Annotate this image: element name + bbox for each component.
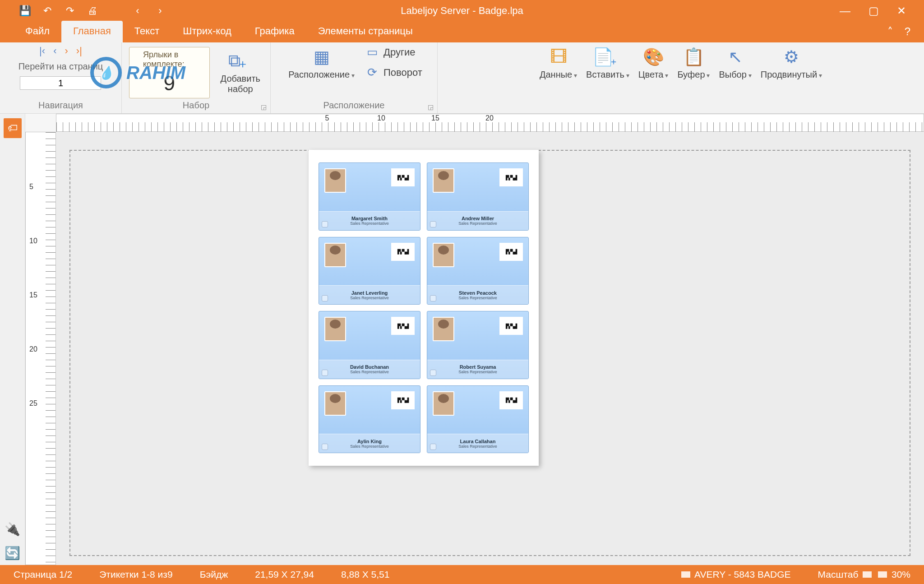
group-navigation-label: Навигация: [38, 100, 83, 112]
other-layouts-button[interactable]: ▭ Другие: [365, 45, 422, 59]
badge-item[interactable]: Aylin KingSales Representative: [319, 385, 420, 454]
plugin-icon[interactable]: 🔌: [5, 522, 20, 537]
arrange-icon: ▦: [310, 47, 334, 67]
group-layout-label: Расположение: [323, 100, 385, 112]
badge-item[interactable]: David BuchananSales Representative: [319, 311, 420, 379]
rotate-label: Поворот: [383, 67, 422, 79]
labels-in-set-box[interactable]: Ярлыки в комплекте: 9: [129, 47, 210, 98]
add-set-label: Добавить набор: [221, 74, 260, 94]
nav-first-button[interactable]: |‹: [39, 45, 45, 57]
horizontal-ruler[interactable]: 5 10 15 20: [56, 114, 924, 132]
undo-button[interactable]: ↶: [41, 5, 54, 17]
colors-label: Цвета: [638, 70, 669, 80]
badge-photo: [324, 391, 346, 416]
page-preview[interactable]: Margaret SmithSales Representative Andre…: [309, 150, 539, 466]
canvas-area: 5 10 15 20 5 10 15 20 25: [25, 114, 924, 565]
tab-file[interactable]: Файл: [14, 21, 61, 42]
redo-button[interactable]: ↷: [63, 5, 77, 17]
badge-role: Sales Representative: [350, 296, 389, 300]
badge-name: Steven Peacock: [459, 290, 497, 296]
vertical-ruler[interactable]: 5 10 15 20 25: [25, 132, 56, 565]
colors-button[interactable]: 🎨 Цвета: [636, 45, 671, 82]
statusbar: Страница 1/2 Этикетки 1-8 из9 Бэйдж 21,5…: [0, 565, 924, 584]
minimize-button[interactable]: —: [840, 5, 850, 17]
scroll-area[interactable]: Margaret SmithSales Representative Andre…: [56, 132, 924, 565]
badge-item[interactable]: Robert SuyamaSales Representative: [427, 311, 529, 379]
arrange-label: Расположение: [288, 70, 355, 80]
labels-in-set-label: Ярлыки в комплекте:: [143, 50, 196, 69]
tab-page-elements[interactable]: Элементы страницы: [306, 21, 425, 42]
badge-item[interactable]: Laura CallahanSales Representative: [427, 385, 529, 454]
badge-name: Laura Callahan: [460, 439, 496, 444]
dock-labels-button[interactable]: 🏷: [4, 118, 22, 138]
tab-barcode[interactable]: Штрих-код: [171, 21, 243, 42]
badge-name: Andrew Miller: [462, 216, 494, 221]
qr-icon: [391, 317, 415, 335]
nav-last-button[interactable]: ›|: [76, 45, 82, 57]
nav-next-button[interactable]: ›: [65, 45, 68, 57]
help-button[interactable]: ?: [905, 25, 910, 38]
badge-role: Sales Representative: [350, 444, 389, 449]
badge-item[interactable]: Janet LeverlingSales Representative: [319, 237, 420, 305]
advanced-label: Продвинутый: [761, 70, 822, 80]
badge-photo: [324, 243, 346, 267]
h-mark: 20: [462, 114, 517, 122]
collapse-ribbon-button[interactable]: ˄: [887, 25, 893, 38]
other-layouts-label: Другие: [383, 46, 415, 58]
badge-name: Janet Leverling: [351, 290, 388, 296]
badge-item[interactable]: Margaret SmithSales Representative: [319, 162, 420, 231]
rotate-icon: ⟳: [365, 65, 379, 79]
add-set-button[interactable]: ⧉＋ Добавить набор: [218, 49, 263, 96]
clipboard-button[interactable]: 📋 Буфер: [675, 45, 712, 82]
tab-text[interactable]: Текст: [123, 21, 171, 42]
close-button[interactable]: ✕: [897, 5, 906, 17]
zoom-page-icon: [863, 571, 872, 578]
badge-item[interactable]: Andrew MillerSales Representative: [427, 162, 529, 231]
rotate-button[interactable]: ⟳ Поворот: [365, 65, 422, 79]
badge-photo: [433, 168, 454, 193]
qr-icon: [391, 391, 415, 409]
other-layouts-icon: ▭: [365, 45, 379, 59]
qr-icon: [499, 391, 523, 409]
badge-role: Sales Representative: [350, 370, 389, 374]
qat-prev-button[interactable]: ‹: [131, 5, 144, 17]
workspace: 🏷 🔌 🔄 5 10 15 20 5 10 15 20 25: [0, 114, 924, 565]
badge-item[interactable]: Steven PeacockSales Representative: [427, 237, 529, 305]
arrange-button[interactable]: ▦ Расположение: [286, 45, 357, 82]
data-icon: 🎞: [546, 47, 571, 67]
nav-prev-button[interactable]: ‹: [53, 45, 56, 57]
quick-access-toolbar: 💾 ↶ ↷ 🖨 ‹ ›: [0, 5, 167, 17]
group-layout-launcher[interactable]: ◲: [428, 103, 434, 111]
maximize-button[interactable]: ▢: [869, 5, 879, 17]
group-set-label: Набор: [183, 100, 209, 112]
v-mark: 10: [29, 237, 37, 245]
print-button[interactable]: 🖨: [86, 5, 99, 17]
status-template[interactable]: AVERY - 5843 BADGE: [679, 569, 790, 580]
status-zoom[interactable]: Масштаб 30%: [818, 569, 910, 580]
badge-role: Sales Representative: [350, 221, 389, 226]
ribbon: |‹ ‹ › ›| Перейти на страниц Навигация Я…: [0, 42, 924, 114]
badge-role: Sales Representative: [458, 296, 497, 300]
badge-name: David Buchanan: [350, 364, 389, 370]
qr-icon: [499, 317, 523, 335]
data-button[interactable]: 🎞 Данные: [537, 45, 580, 82]
v-mark: 25: [29, 399, 37, 408]
badge-role: Sales Representative: [458, 370, 497, 374]
tab-home[interactable]: Главная: [61, 21, 123, 42]
insert-button[interactable]: 📄＋ Вставить: [583, 45, 632, 82]
tab-graphics[interactable]: Графика: [243, 21, 306, 42]
badge-photo: [324, 317, 346, 341]
refresh-icon[interactable]: 🔄: [5, 546, 20, 561]
save-button[interactable]: 💾: [18, 5, 32, 17]
advanced-button[interactable]: ⚙ Продвинутый: [758, 45, 825, 82]
qat-next-button[interactable]: ›: [153, 5, 167, 17]
badge-role: Sales Representative: [458, 221, 497, 226]
window-controls: — ▢ ✕: [840, 5, 924, 17]
group-layout: ▦ Расположение ▭ Другие ⟳ Поворот Распол…: [271, 42, 438, 113]
v-mark: 5: [29, 183, 37, 191]
palette-icon: 🎨: [641, 47, 665, 67]
select-button[interactable]: ↖ Выбор: [716, 45, 754, 82]
v-mark: 20: [29, 345, 37, 353]
group-set-launcher[interactable]: ◲: [261, 103, 267, 111]
page-number-input[interactable]: [20, 76, 101, 90]
